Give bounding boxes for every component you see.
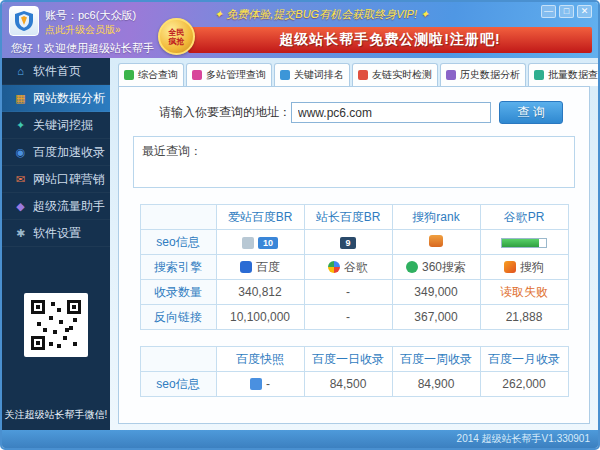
baidu-1week-value: 84,900 [392, 372, 480, 397]
tab-friendlink-check[interactable]: 友链实时检测 [352, 63, 438, 86]
sidebar-item-label: 网站数据分析 [33, 90, 105, 107]
window-controls: — □ ✕ [541, 5, 592, 18]
tab-label: 历史数据分析 [460, 68, 520, 82]
google-pr-bar [501, 238, 547, 248]
wechat-qr-code [24, 293, 88, 357]
promo-banner[interactable]: 超级站长帮手免费公测啦!注册吧! [188, 27, 592, 53]
promo-text: 免费体验,提交BUG有机会获取终身VIP! [214, 7, 429, 22]
sidebar-item-reputation-marketing[interactable]: ✉ 网站口碑营销 [2, 166, 110, 193]
engine-google-cell: 谷歌 [304, 255, 392, 280]
seo-info-table: 爱站百度BR 站长百度BR 搜狗rank 谷歌PR seo信息 10 [140, 204, 569, 330]
row-label-seo: seo信息 [140, 372, 216, 397]
snapshot-data-row: seo信息 - 84,500 84,900 262,000 [140, 372, 568, 397]
col-google-pr: 谷歌PR [480, 205, 568, 230]
aizhan-br-cell: 10 [216, 230, 304, 255]
qr-code-image [29, 298, 83, 352]
engine-360-cell: 360搜索 [392, 255, 480, 280]
empty-header-cell [140, 347, 216, 372]
included-sogou-status: 读取失败 [480, 280, 568, 305]
sidebar-item-traffic-helper[interactable]: ◆ 超级流量助手 [2, 193, 110, 220]
table-header-row: 百度快照 百度一日收录 百度一周收录 百度一月收录 [140, 347, 568, 372]
google-pr-cell [480, 230, 568, 255]
tab-history-analysis[interactable]: 历史数据分析 [440, 63, 526, 86]
360-search-icon [406, 261, 418, 273]
upgrade-link[interactable]: 点此升级会员版» [45, 23, 121, 37]
sidebar-item-site-data-analysis[interactable]: ▦ 网站数据分析 [2, 85, 110, 112]
sidebar-item-home[interactable]: ⌂ 软件首页 [2, 58, 110, 85]
col-baidu-1day: 百度一日收录 [304, 347, 392, 372]
aizhan-br-badge: 10 [258, 237, 278, 249]
engine-name: 百度 [256, 259, 280, 276]
medal-text: 全民疯抢 [167, 28, 187, 46]
recent-queries-box: 最近查询： [133, 136, 575, 188]
tab-comprehensive-query[interactable]: 综合查询 [118, 63, 184, 86]
engine-name: 搜狗 [520, 259, 544, 276]
sogou-icon [504, 261, 516, 273]
sidebar-item-label: 网站口碑营销 [33, 171, 105, 188]
zhanzhang-br-badge: 9 [340, 237, 355, 249]
diamond-icon: ◆ [14, 200, 27, 213]
titlebar: 账号：pc6(大众版) 点此升级会员版» 您好！欢迎使用超级站长帮手 免费体验,… [2, 2, 598, 58]
backlinks-google: - [304, 305, 392, 330]
backlinks-360: 367,000 [392, 305, 480, 330]
close-button[interactable]: ✕ [577, 5, 592, 18]
minimize-button[interactable]: — [541, 5, 556, 18]
row-label-engine: 搜索引擎 [140, 255, 216, 280]
aizhan-icon [242, 237, 254, 249]
empty-header-cell [140, 205, 216, 230]
zhanzhang-br-cell: 9 [304, 230, 392, 255]
sogou-rank-cell [392, 230, 480, 255]
tab-label: 综合查询 [138, 68, 178, 82]
included-360: 349,000 [392, 280, 480, 305]
sidebar-item-label: 关键词挖掘 [33, 117, 93, 134]
backlinks-baidu: 10,100,000 [216, 305, 304, 330]
sidebar-item-baidu-speedup[interactable]: ◉ 百度加速收录 [2, 139, 110, 166]
table-header-row: 爱站百度BR 站长百度BR 搜狗rank 谷歌PR [140, 205, 568, 230]
app-window: 账号：pc6(大众版) 点此升级会员版» 您好！欢迎使用超级站长帮手 免费体验,… [0, 0, 600, 450]
engine-baidu-cell: 百度 [216, 255, 304, 280]
google-icon [328, 261, 340, 273]
greeting-text: 您好！欢迎使用超级站长帮手 [11, 41, 154, 56]
baidu-snapshot-icon [250, 378, 262, 390]
tab-label: 关键词排名 [294, 68, 344, 82]
col-sogou-rank: 搜狗rank [392, 205, 480, 230]
recent-queries-label: 最近查询： [142, 144, 202, 158]
tab-multisite-management[interactable]: 多站管理查询 [186, 63, 272, 86]
target-icon: ◉ [14, 146, 27, 159]
sidebar: ⌂ 软件首页 ▦ 网站数据分析 ✦ 关键词挖掘 ◉ 百度加速收录 ✉ 网站口碑营… [2, 58, 110, 430]
account-label: 账号：pc6(大众版) [45, 8, 136, 23]
tab-icon [358, 70, 368, 80]
seo-badge-row: seo信息 10 9 [140, 230, 568, 255]
query-address-label: 请输入你要查询的地址： [159, 104, 291, 121]
query-panel: 请输入你要查询的地址： 查 询 最近查询： 爱站百度BR 站长百度BR 搜狗ra… [118, 86, 590, 424]
google-pr-fill [502, 239, 539, 247]
query-tabs: 综合查询 多站管理查询 关键词排名 友链实时检测 历史数据分析 [118, 63, 590, 86]
included-count-row: 收录数量 340,812 - 349,000 读取失败 [140, 280, 568, 305]
avatar [9, 6, 39, 36]
sogou-rank-icon [429, 235, 443, 247]
sidebar-item-keyword-mining[interactable]: ✦ 关键词挖掘 [2, 112, 110, 139]
col-aizhan-br: 爱站百度BR [216, 205, 304, 230]
col-baidu-1week: 百度一周收录 [392, 347, 480, 372]
col-zhanzhang-br: 站长百度BR [304, 205, 392, 230]
included-baidu: 340,812 [216, 280, 304, 305]
tab-batch-query[interactable]: 批量数据查询 [528, 63, 600, 86]
baidu-icon [240, 261, 252, 273]
baidu-snapshot-table: 百度快照 百度一日收录 百度一周收录 百度一月收录 seo信息 - 84,500… [140, 346, 569, 397]
tab-icon [280, 70, 290, 80]
tab-label: 友链实时检测 [372, 68, 432, 82]
tab-icon [124, 70, 134, 80]
backlinks-sogou: 21,888 [480, 305, 568, 330]
gear-icon: ✱ [14, 227, 27, 240]
sidebar-item-settings[interactable]: ✱ 软件设置 [2, 220, 110, 247]
col-baidu-1month: 百度一月收录 [480, 347, 568, 372]
snapshot-value-cell: - [216, 372, 304, 397]
shield-icon [15, 11, 33, 31]
tab-icon [446, 70, 456, 80]
query-address-input[interactable] [291, 102, 491, 123]
row-label-seo: seo信息 [140, 230, 216, 255]
tab-keyword-ranking[interactable]: 关键词排名 [274, 63, 350, 86]
query-button[interactable]: 查 询 [499, 101, 563, 124]
maximize-button[interactable]: □ [559, 5, 574, 18]
tab-icon [192, 70, 202, 80]
